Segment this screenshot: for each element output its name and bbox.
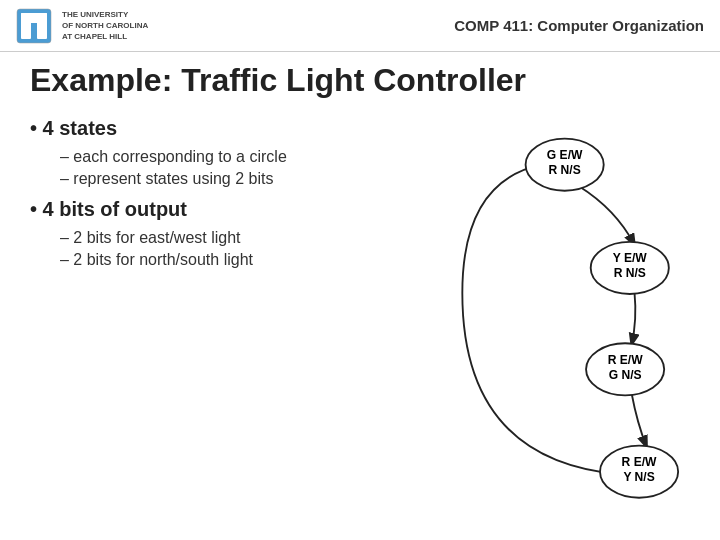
content-left: 4 states each corresponding to a circle … xyxy=(30,117,410,269)
university-text: THE UNIVERSITY of NORTH CAROLINA at CHAP… xyxy=(62,9,148,43)
sub-item-circle: each corresponding to a circle xyxy=(60,148,410,166)
bullet-4-states: 4 states xyxy=(30,117,410,140)
state-diagram: G E/W R N/S Y E/W R N/S R E/W G N/S R E/… xyxy=(420,107,700,507)
state-rew-gns-label1: R E/W xyxy=(608,353,643,367)
state-rew-yns-label2: Y N/S xyxy=(623,470,654,484)
diagram-svg: G E/W R N/S Y E/W R N/S R E/W G N/S R E/… xyxy=(420,107,700,507)
state-rew-gns-label2: G N/S xyxy=(609,368,642,382)
slide-main: Example: Traffic Light Controller 4 stat… xyxy=(0,52,720,540)
bullet1-sub-list: each corresponding to a circle represent… xyxy=(60,148,410,188)
course-title: COMP 411: Computer Organization xyxy=(454,17,704,34)
sub-item-ns-light: 2 bits for north/south light xyxy=(60,251,410,269)
logo-area: THE UNIVERSITY of NORTH CAROLINA at CHAP… xyxy=(16,8,148,44)
state-gew-label1: G E/W xyxy=(547,148,583,162)
state-yew-label1: Y E/W xyxy=(613,251,648,265)
unc-logo xyxy=(16,8,52,44)
bullet-4bits-output: 4 bits of output xyxy=(30,198,410,221)
state-yew-label2: R N/S xyxy=(614,266,646,280)
state-gew-label2: R N/S xyxy=(549,163,581,177)
sub-item-2bits: represent states using 2 bits xyxy=(60,170,410,188)
slide-title: Example: Traffic Light Controller xyxy=(30,62,690,99)
svg-rect-3 xyxy=(21,13,47,23)
header: THE UNIVERSITY of NORTH CAROLINA at CHAP… xyxy=(0,0,720,52)
sub-item-ew-light: 2 bits for east/west light xyxy=(60,229,410,247)
bullet2-sub-list: 2 bits for east/west light 2 bits for no… xyxy=(60,229,410,269)
state-rew-yns-label1: R E/W xyxy=(622,455,657,469)
